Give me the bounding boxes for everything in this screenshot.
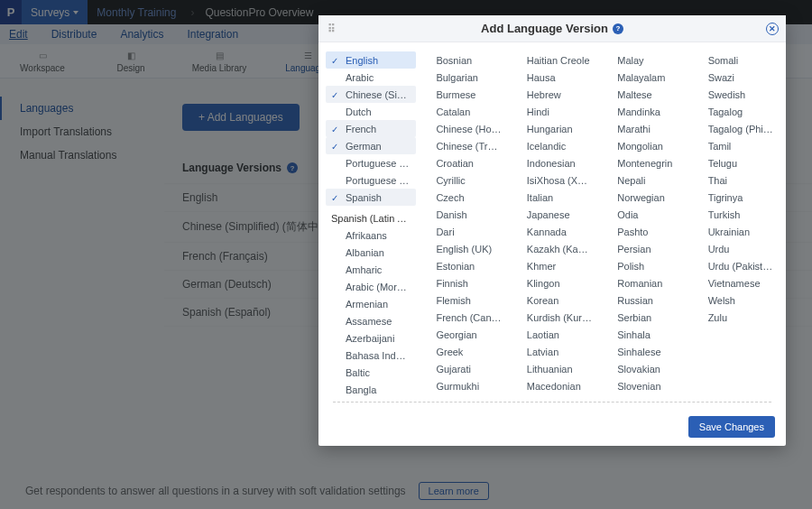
language-option[interactable]: Welsh xyxy=(688,292,779,309)
language-option[interactable]: ✓Spanish xyxy=(326,189,416,206)
language-option[interactable]: Bosnian xyxy=(416,51,506,69)
language-option[interactable]: Vietnamese xyxy=(688,274,779,292)
language-option[interactable]: Czech xyxy=(416,189,506,206)
language-option[interactable]: Chinese (Traditional) xyxy=(416,137,506,154)
language-option[interactable]: Tigrinya xyxy=(688,189,779,206)
language-option[interactable]: Urdu (Pakistan) xyxy=(688,257,779,274)
language-option[interactable]: Hindi xyxy=(507,103,597,120)
language-option[interactable]: Dari xyxy=(416,223,506,240)
language-option[interactable]: Assamese xyxy=(326,312,416,329)
language-option[interactable]: IsiXhosa (Xhosa) xyxy=(507,171,597,189)
language-option[interactable]: Mongolian xyxy=(597,137,687,154)
language-option[interactable]: Gujarati xyxy=(416,360,506,377)
language-option[interactable]: Armenian xyxy=(326,295,416,312)
language-option[interactable]: Maltese xyxy=(597,86,687,103)
language-option[interactable]: Lithuanian xyxy=(507,360,597,377)
language-option[interactable]: Slovakian xyxy=(597,360,687,377)
language-option[interactable]: ✓Chinese (Simplified) xyxy=(326,86,416,103)
language-option[interactable]: Macedonian xyxy=(507,377,597,394)
language-option[interactable]: Portuguese (Brazil) xyxy=(326,154,416,171)
language-option[interactable]: Indonesian xyxy=(507,154,597,171)
language-option[interactable]: Gurmukhi xyxy=(416,377,506,394)
language-option[interactable]: Japanese xyxy=(507,206,597,223)
language-option[interactable]: Kannada xyxy=(507,223,597,240)
save-changes-button[interactable]: Save Changes xyxy=(688,416,775,438)
language-option[interactable]: Swedish xyxy=(688,86,779,103)
language-option[interactable]: Mandinka xyxy=(597,103,687,120)
language-option[interactable]: ✓German xyxy=(326,137,416,154)
language-option[interactable]: Russian xyxy=(597,292,687,309)
language-option[interactable]: Afrikaans xyxy=(326,227,416,244)
language-option[interactable]: Chinese (Hong Kong) xyxy=(416,120,506,137)
language-option[interactable]: Korean xyxy=(507,292,597,309)
language-option[interactable]: ✓French xyxy=(326,120,416,137)
language-option[interactable]: Malayalam xyxy=(597,69,687,86)
language-option[interactable]: Cyrillic xyxy=(416,171,506,189)
language-option[interactable]: Portuguese (Portugal) xyxy=(326,171,416,189)
language-option[interactable]: Sinhala xyxy=(597,326,687,343)
language-option[interactable]: Azerbaijani xyxy=(326,329,416,347)
language-option[interactable]: Kazakh (Kazakhstan) xyxy=(507,240,597,257)
language-option[interactable]: Persian xyxy=(597,240,687,257)
language-option[interactable]: Danish xyxy=(416,206,506,223)
help-icon[interactable]: ? xyxy=(613,23,623,34)
language-option[interactable]: Flemish xyxy=(416,292,506,309)
language-option[interactable]: Catalan xyxy=(416,103,506,120)
language-option[interactable]: Telugu xyxy=(688,154,779,171)
language-option[interactable]: Latvian xyxy=(507,343,597,360)
language-option[interactable]: Burmese xyxy=(416,86,506,103)
language-option[interactable]: Polish xyxy=(597,257,687,274)
language-option[interactable]: Hungarian xyxy=(507,120,597,137)
language-option[interactable]: Arabic (Morocco) xyxy=(326,278,416,295)
language-option[interactable]: Tagalog (Philippines) xyxy=(688,120,779,137)
language-option[interactable]: Romanian xyxy=(597,274,687,292)
language-option[interactable]: Tagalog xyxy=(688,103,779,120)
check-icon: ✓ xyxy=(331,142,338,152)
language-option[interactable]: French (Canada) xyxy=(416,309,506,326)
language-option[interactable]: Italian xyxy=(507,189,597,206)
language-option[interactable]: Haitian Creole xyxy=(507,51,597,69)
language-option[interactable]: Norwegian xyxy=(597,189,687,206)
language-option[interactable]: Pashto xyxy=(597,223,687,240)
language-option[interactable]: Hebrew xyxy=(507,86,597,103)
language-option[interactable]: English (UK) xyxy=(416,240,506,257)
language-option[interactable]: Sinhalese xyxy=(597,343,687,360)
language-option[interactable]: ✓English xyxy=(326,51,416,69)
language-option[interactable]: Odia xyxy=(597,206,687,223)
language-option[interactable]: Tamil xyxy=(688,137,779,154)
language-option[interactable]: Khmer xyxy=(507,257,597,274)
language-option[interactable]: Urdu xyxy=(688,240,779,257)
language-option[interactable]: Bulgarian xyxy=(416,69,506,86)
language-option[interactable]: Bahasa Indonesia xyxy=(326,347,416,364)
language-option[interactable]: Kurdish (Kurmanji) xyxy=(507,309,597,326)
language-option[interactable]: Slovenian xyxy=(597,377,687,394)
language-option[interactable]: Zulu xyxy=(688,309,779,326)
language-option[interactable]: Klingon xyxy=(507,274,597,292)
language-option[interactable]: Baltic xyxy=(326,364,416,381)
language-option[interactable]: Somali xyxy=(688,51,779,69)
language-option[interactable]: Thai xyxy=(688,171,779,189)
language-option[interactable]: Ukrainian xyxy=(688,223,779,240)
language-option[interactable]: Swazi xyxy=(688,69,779,86)
language-option[interactable]: Croatian xyxy=(416,154,506,171)
language-option[interactable]: Nepali xyxy=(597,171,687,189)
language-option[interactable]: Albanian xyxy=(326,244,416,261)
language-option[interactable]: Finnish xyxy=(416,274,506,292)
language-option[interactable]: Amharic xyxy=(326,261,416,278)
language-option[interactable]: Turkish xyxy=(688,206,779,223)
language-option[interactable]: Georgian xyxy=(416,326,506,343)
language-option[interactable]: Dutch xyxy=(326,103,416,120)
language-option[interactable]: Greek xyxy=(416,343,506,360)
language-option[interactable]: Laotian xyxy=(507,326,597,343)
language-option[interactable]: Arabic xyxy=(326,69,416,86)
language-option[interactable]: Bangla xyxy=(326,381,416,398)
language-option[interactable]: Estonian xyxy=(416,257,506,274)
language-option[interactable]: Montenegrin xyxy=(597,154,687,171)
language-option[interactable]: Malay xyxy=(597,51,687,69)
close-icon[interactable]: ✕ xyxy=(766,23,779,35)
language-option[interactable]: Icelandic xyxy=(507,137,597,154)
language-option[interactable]: Marathi xyxy=(597,120,687,137)
drag-grip-icon[interactable]: ⠿ xyxy=(328,23,334,35)
language-option[interactable]: Hausa xyxy=(507,69,597,86)
language-option[interactable]: Serbian xyxy=(597,309,687,326)
